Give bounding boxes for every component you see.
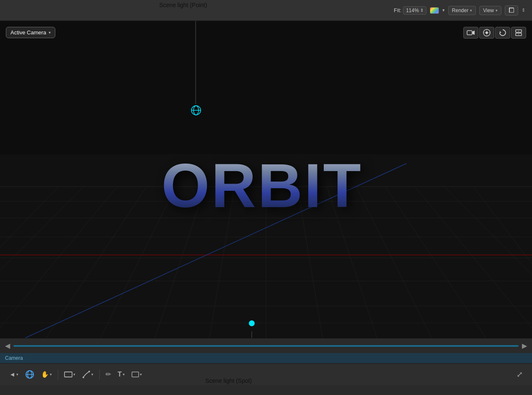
camera-label-bar: Camera <box>0 353 532 363</box>
expand-btn[interactable]: ⤢ <box>514 368 525 381</box>
brush-tool-icon: ✏ <box>106 370 111 378</box>
spot-light-indicator[interactable] <box>249 320 255 326</box>
render-dropdown[interactable]: Render ▾ <box>448 6 476 15</box>
hand-chevron-icon: ▾ <box>50 372 52 377</box>
reset-control-btn[interactable] <box>495 27 510 39</box>
orbit-tool-btn[interactable] <box>23 368 37 381</box>
timeline-track[interactable] <box>13 345 519 347</box>
viewport-controls <box>463 27 526 39</box>
svg-marker-34 <box>473 31 475 35</box>
expand-icon: ⤢ <box>517 370 523 379</box>
view-switcher-icon: ⧠ <box>508 7 515 14</box>
toolbar-separator-1 <box>58 369 58 379</box>
hand-tool-icon: ✋ <box>41 371 49 378</box>
svg-rect-50 <box>132 372 139 377</box>
color-swatch[interactable] <box>430 7 439 14</box>
svg-rect-33 <box>467 31 472 35</box>
rect-chevron-icon: ▾ <box>73 372 75 377</box>
fit-label: Fit: <box>394 7 401 13</box>
active-camera-button[interactable]: Active Camera ▾ <box>6 27 55 38</box>
timeline-start-marker[interactable]: ◀ <box>5 342 10 350</box>
render-chevron-icon: ▾ <box>470 8 472 13</box>
text-tool-btn[interactable]: T ▾ <box>115 369 127 380</box>
top-toolbar: Fit: 114% ⇕ ▾ Render ▾ View ▾ ⧠ ⇕ <box>0 0 532 21</box>
camera-track-label: Camera <box>5 355 23 361</box>
brush-tool-btn[interactable]: ✏ <box>103 369 114 380</box>
hand-tool-btn[interactable]: ✋ ▾ <box>39 369 54 380</box>
shape-chevron-icon: ▾ <box>140 372 142 377</box>
pen-chevron-icon: ▾ <box>91 372 93 377</box>
select-tool-btn[interactable]: ◄ ▾ <box>7 369 21 379</box>
timeline-bar: ◀ ▶ <box>0 338 532 353</box>
svg-rect-1 <box>0 21 532 154</box>
active-camera-chevron-icon: ▾ <box>49 30 51 35</box>
toolbar-separator-2 <box>99 369 100 379</box>
color-swatch-chevron[interactable]: ▾ <box>442 8 445 13</box>
bottom-toolbar: ◄ ▾ ✋ ▾ ▾ ▾ ✏ T ▾ <box>0 363 532 385</box>
timeline-end-marker[interactable]: ▶ <box>522 342 527 350</box>
svg-point-48 <box>83 377 84 378</box>
fit-stepper-icon: ⇕ <box>420 8 424 13</box>
fit-control: Fit: 114% ⇕ <box>394 6 426 15</box>
shape-tool-btn[interactable]: ▾ <box>129 370 145 379</box>
text-tool-icon: T <box>118 371 122 378</box>
view-switcher-stepper[interactable]: ⇕ <box>522 8 525 13</box>
view-chevron-icon: ▾ <box>496 8 498 13</box>
point-light-icon[interactable] <box>191 105 201 116</box>
orbit-control-btn[interactable] <box>479 27 494 39</box>
select-chevron-icon: ▾ <box>16 372 18 377</box>
view-switcher[interactable]: ⧠ <box>505 5 518 16</box>
text-chevron-icon: ▾ <box>123 372 125 377</box>
svg-marker-39 <box>500 31 501 33</box>
view-toggle-btn[interactable] <box>511 27 526 39</box>
select-arrow-icon: ◄ <box>9 371 15 378</box>
pen-tool-btn[interactable]: ▾ <box>80 369 96 380</box>
scene-background <box>0 21 532 338</box>
viewport[interactable]: ORBIT Active Camera ▾ <box>0 21 532 338</box>
rect-tool-btn[interactable]: ▾ <box>62 370 78 379</box>
view-dropdown[interactable]: View ▾ <box>479 6 501 15</box>
active-camera-label: Active Camera <box>10 29 46 36</box>
svg-rect-47 <box>65 372 72 377</box>
svg-point-49 <box>88 371 90 372</box>
camera-control-btn[interactable] <box>463 27 478 39</box>
fit-value-display[interactable]: 114% ⇕ <box>403 6 426 15</box>
